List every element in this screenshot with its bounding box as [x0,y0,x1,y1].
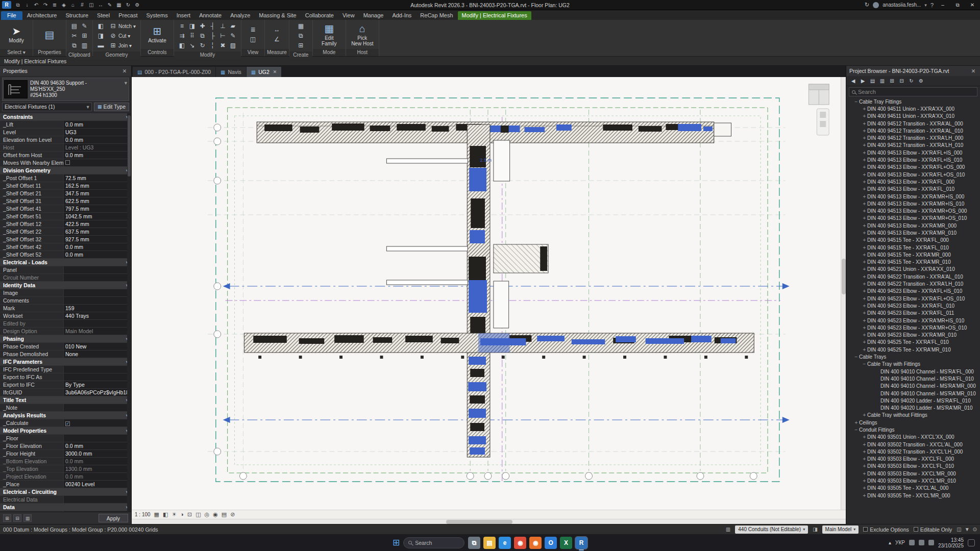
clock[interactable]: 13:45 23/10/2025 [938,537,964,548]
property-row[interactable]: _Shelf Offset 51 1042.5 mm ▾ [0,213,131,220]
sync-icon[interactable]: ↻ [124,1,132,9]
ribbon-tab[interactable]: Collaborate [301,11,338,20]
battery-icon[interactable] [928,540,934,545]
wall-joins-icon[interactable]: ◨ [96,31,106,40]
tree-item[interactable]: + DIN 400 94515 Tee - XX'RA'FL_000 [846,237,980,244]
expander-icon[interactable]: + [853,420,859,425]
tree-item[interactable]: + DIN 400 94523 Elbow - XX'RA'FL_011 [846,310,980,317]
property-row[interactable]: Workset 440 Trays ▾ [0,312,131,320]
expander-icon[interactable]: + [862,325,867,331]
expander-icon[interactable]: + [862,245,867,251]
design-options-icon[interactable]: ◨ [813,527,817,532]
document-tab[interactable]: ▦ Navis ✕ [216,67,246,77]
move-icon[interactable]: ✚ [198,21,207,31]
property-row[interactable]: _Project Elevation 0.0 mm ▾ [0,473,131,481]
join-menu[interactable]: ⊞ Join ▾ [108,41,137,50]
wall-stubs[interactable] [386,159,468,285]
tree-item[interactable]: + DIN 400 94511 Union - XX'RA'XX_010 [846,113,980,120]
ribbon-tab[interactable]: Precast [114,11,141,20]
property-row[interactable]: Constraints ▾ [0,113,131,121]
expander-icon[interactable]: + [862,288,867,294]
expander-icon[interactable]: + [862,237,867,243]
floor-plan-canvas[interactable]: 2.5 m [132,77,841,510]
array-icon[interactable]: ⠿ [187,31,197,40]
property-row[interactable]: Level UG3 ▾ [0,129,131,136]
expander-icon[interactable]: + [862,434,867,440]
properties-header[interactable]: Properties ✕ [0,66,131,76]
tree-item[interactable]: DIN 400 94010 Channel - MS'RA'MR_010 [846,390,980,397]
property-row[interactable]: Data ▾ [0,504,131,511]
tree-item[interactable]: + DIN 400 94523 Elbow - XX'RA'MR_010 [846,332,980,339]
delete-icon[interactable]: ✖ [218,41,228,50]
reveal-constraints-icon[interactable]: ⊘ [230,511,235,518]
property-row[interactable]: _Shelf Offset 41 797.5 mm ▾ [0,205,131,213]
sun-path-icon[interactable]: ☀ [172,511,177,518]
browser-search-input[interactable]: Search [849,87,977,96]
expander-icon[interactable]: + [862,194,867,199]
tree-item[interactable]: + DIN 400 94515 Tee - XX'RA'FL_010 [846,244,980,251]
expander-icon[interactable]: + [862,106,867,112]
detail-level-icon[interactable]: ▦ [154,511,159,518]
tree-item[interactable]: + DIN 400 93503 Elbow - XX'CL'FL_000 [846,456,980,463]
expander-icon[interactable]: + [862,259,867,265]
tree-item[interactable]: + DIN 400 94513 Elbow - XX'RA'FL+IS_000 [846,149,980,156]
ribbon-tab[interactable]: ReCap Mesh [416,11,457,20]
property-row[interactable]: _Shelf Offset 32 927.5 mm ▾ [0,236,131,243]
match-icon[interactable]: ▰ [228,21,238,31]
property-row[interactable]: _Shelf Offset 11 162.5 mm ▾ [0,182,131,190]
expander-icon[interactable]: + [862,121,867,127]
expander-icon[interactable]: + [862,266,867,272]
ribbon-tab[interactable]: Massing & Site [255,11,300,20]
property-row[interactable]: Image ▾ [0,289,131,297]
property-row[interactable]: _Post Offset 1 72.5 mm ▾ [0,174,131,182]
worksets-icon[interactable]: ▥ [726,527,730,532]
expander-icon[interactable]: − [853,354,859,360]
tree-item[interactable]: + DIN 400 94513 Elbow - XX'RA'MR_000 [846,222,980,229]
tree-item[interactable]: + DIN 400 94513 Elbow - XX'RA'FL+OS_000 [846,164,980,171]
expander-icon[interactable]: + [862,201,867,207]
wifi-icon[interactable] [909,540,915,545]
redo-icon[interactable]: ↷ [41,1,50,9]
properties-mini-button-1[interactable]: ⊞ [3,514,11,522]
tree-item[interactable]: + Ceilings [846,419,980,426]
close-icon[interactable]: ✕ [970,68,977,74]
browser-collapse-icon[interactable]: ⊟ [897,77,906,85]
design-option-dropdown[interactable]: Main Model ▾ [822,525,859,534]
tree-item[interactable]: DIN 400 94010 Channel - MS'RA'FL_000 [846,368,980,375]
tree-item[interactable]: + DIN 400 93505 Tee - XX'CL'MR_000 [846,492,980,499]
property-row[interactable]: _Shelf Offset 42 0.0 mm ▾ [0,243,131,251]
tree-item[interactable]: + DIN 400 94513 Elbow - XX'RA'MR+IS_010 [846,200,980,207]
angle-icon[interactable]: ∠ [272,35,282,44]
tree-item[interactable]: + DIN 400 94523 Elbow - XX'RA'FL_010 [846,302,980,309]
excel-icon[interactable]: X [560,537,572,549]
filter-icon[interactable]: ▼ [965,527,970,532]
properties-mini-button-3[interactable]: ▥ [23,514,32,522]
property-row[interactable]: Host Level : UG3 ▾ [0,144,131,152]
task-view-icon[interactable]: ⧉ [468,537,480,549]
property-row[interactable]: Electrical Data ▾ [0,496,131,504]
editable-only-checkbox[interactable]: Editable Only [914,527,952,533]
tree-item[interactable]: + DIN 400 93501 Union - XX'CL'XX_000 [846,434,980,441]
expander-icon[interactable]: + [862,332,867,338]
text-icon[interactable]: ✎ [106,1,114,9]
tree-item[interactable]: + Cable Tray without Fittings [846,412,980,419]
expander-icon[interactable]: + [862,157,867,163]
start-button[interactable]: ⊞ [393,538,400,547]
tree-item[interactable]: + DIN 400 94513 Elbow - XX'RA'FL+OS_010 [846,171,980,178]
scale-button[interactable]: 1 : 100 [135,512,151,517]
expander-icon[interactable]: + [862,113,867,119]
properties-scrollbar[interactable] [127,113,131,512]
tree-item[interactable]: + DIN 400 94522 Transition - XX'RA'LH_01… [846,280,980,287]
default-3d-view-icon[interactable]: ⌂ [69,1,77,9]
expander-icon[interactable]: + [862,296,867,302]
taskbar-search[interactable]: Search [403,537,464,548]
ribbon-tab[interactable]: File [1,11,22,20]
property-row[interactable]: _Floor Height 3000.0 mm ▾ [0,450,131,458]
shadows-icon[interactable]: ◑ [180,511,184,518]
file-explorer-icon[interactable]: ▤ [483,537,496,549]
create-group-icon[interactable]: ⧉ [296,31,306,40]
outlook-icon[interactable]: O [545,537,557,549]
browser-list-icon[interactable]: ▤ [868,77,877,85]
measure-icon[interactable]: ↔ [96,1,105,9]
expander-icon[interactable]: + [862,281,867,287]
